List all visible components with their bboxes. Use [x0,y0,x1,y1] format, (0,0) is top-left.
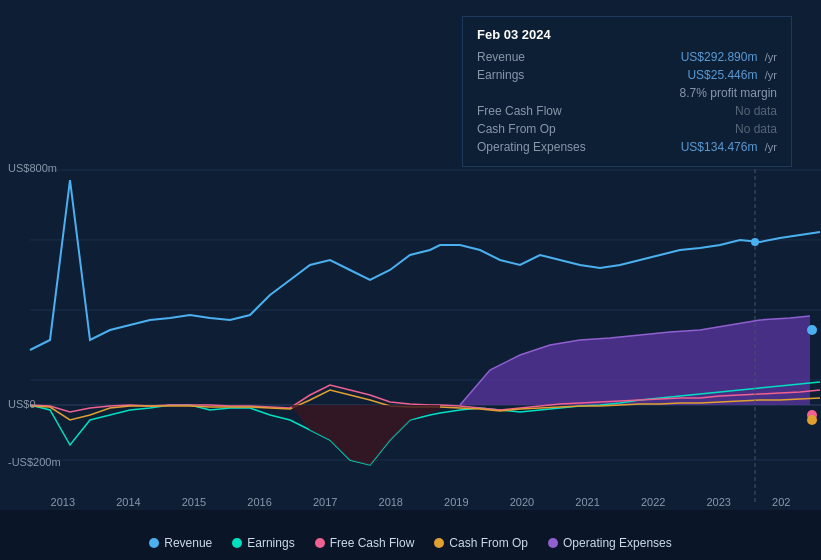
chart-legend: Revenue Earnings Free Cash Flow Cash Fro… [0,536,821,550]
x-label-2014: 2014 [116,496,140,508]
legend-dot-cashop [434,538,444,548]
x-label-2013: 2013 [51,496,75,508]
tooltip-fcf-row: Free Cash Flow No data [477,102,777,120]
svg-point-11 [751,238,759,246]
legend-item-cashop[interactable]: Cash From Op [434,536,528,550]
tooltip-revenue-row: Revenue US$292.890m /yr [477,48,777,66]
x-label-2019: 2019 [444,496,468,508]
y-axis-label-0: US$0 [8,398,36,410]
x-axis-labels: 2013 2014 2015 2016 2017 2018 2019 2020 … [0,496,821,508]
y-axis-label-neg200: -US$200m [8,456,61,468]
legend-label-revenue: Revenue [164,536,212,550]
x-label-2024: 202 [772,496,790,508]
x-label-2022: 2022 [641,496,665,508]
legend-label-cashop: Cash From Op [449,536,528,550]
tooltip-date: Feb 03 2024 [477,27,777,42]
tooltip-opex-value-group: US$134.476m /yr [681,140,777,154]
legend-label-fcf: Free Cash Flow [330,536,415,550]
tooltip-profit-margin-row: 8.7% profit margin [477,84,777,102]
tooltip-box: Feb 03 2024 Revenue US$292.890m /yr Earn… [462,16,792,167]
legend-item-opex[interactable]: Operating Expenses [548,536,672,550]
y-axis-label-800: US$800m [8,162,57,174]
legend-dot-fcf [315,538,325,548]
tooltip-earnings-row: Earnings US$25.446m /yr [477,66,777,84]
x-label-2018: 2018 [379,496,403,508]
tooltip-fcf-label: Free Cash Flow [477,104,607,118]
tooltip-revenue-value: US$292.890m /yr [681,50,777,64]
tooltip-opex-label: Operating Expenses [477,140,607,154]
legend-dot-earnings [232,538,242,548]
tooltip-earnings-value: US$25.446m /yr [687,68,777,82]
x-label-2017: 2017 [313,496,337,508]
x-label-2023: 2023 [706,496,730,508]
legend-dot-opex [548,538,558,548]
tooltip-fcf-value: No data [735,104,777,118]
x-label-2020: 2020 [510,496,534,508]
legend-dot-revenue [149,538,159,548]
tooltip-cashop-value: No data [735,122,777,136]
tooltip-opex-row: Operating Expenses US$134.476m /yr [477,138,777,156]
tooltip-earnings-label: Earnings [477,68,607,82]
tooltip-cashop-label: Cash From Op [477,122,607,136]
legend-label-earnings: Earnings [247,536,294,550]
x-label-2015: 2015 [182,496,206,508]
legend-item-revenue[interactable]: Revenue [149,536,212,550]
svg-point-9 [807,415,817,425]
x-label-2021: 2021 [575,496,599,508]
tooltip-profit-margin: 8.7% profit margin [680,86,777,100]
tooltip-cashop-row: Cash From Op No data [477,120,777,138]
legend-item-fcf[interactable]: Free Cash Flow [315,536,415,550]
tooltip-revenue-label: Revenue [477,50,607,64]
legend-label-opex: Operating Expenses [563,536,672,550]
x-label-2016: 2016 [247,496,271,508]
svg-point-7 [807,325,817,335]
legend-item-earnings[interactable]: Earnings [232,536,294,550]
